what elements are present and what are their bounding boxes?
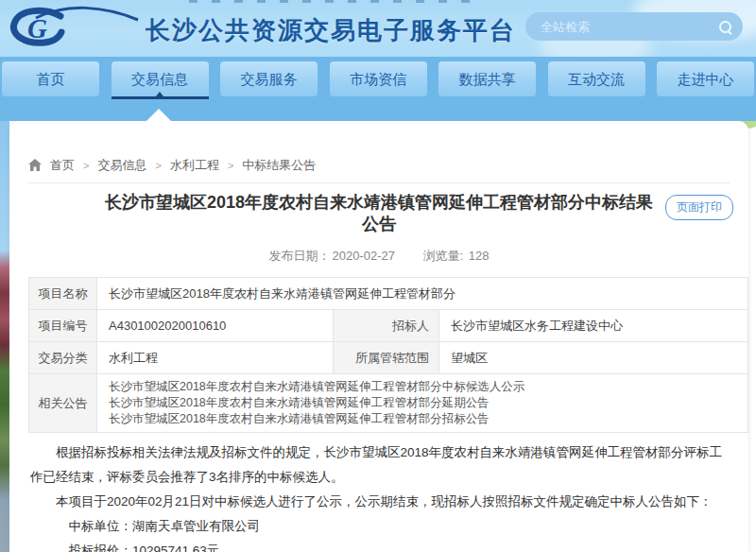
top-edge-artifact	[189, 0, 472, 3]
views-value: 128	[469, 249, 490, 263]
breadcrumb-separator: >	[83, 160, 89, 171]
related-label: 相关公告	[29, 374, 97, 433]
table-row-project-no: 项目编号 A4301002020010610 招标人 长沙市望城区水务工程建设中…	[29, 310, 748, 342]
related-link-postponement-notice[interactable]: 长沙市望城区2018年度农村自来水靖港镇管网延伸工程管材部分延期公告	[109, 395, 747, 411]
region-value: 望城区	[439, 342, 748, 374]
search-icon[interactable]	[719, 21, 731, 33]
project-info-table: 项目名称 长沙市望城区2018年度农村自来水靖港镇管网延伸工程管材部分 项目编号…	[28, 277, 748, 433]
breadcrumb-trade-info[interactable]: 交易信息	[97, 157, 146, 174]
project-name-value: 长沙市望城区2018年度农村自来水靖港镇管网延伸工程管材部分	[97, 278, 748, 310]
title-section: 长沙市望城区2018年度农村自来水靖港镇管网延伸工程管材部分中标结果公告 页面打…	[9, 192, 748, 235]
site-logo-icon: G	[8, 6, 140, 55]
nav-item-trade-services[interactable]: 交易服务	[220, 61, 318, 96]
breadcrumb-separator: >	[155, 160, 161, 171]
project-name-label: 项目名称	[29, 278, 97, 310]
table-row-related: 相关公告 长沙市望城区2018年度农村自来水靖港镇管网延伸工程管材部分中标候选人…	[29, 374, 748, 433]
project-no-label: 项目编号	[29, 310, 97, 342]
category-value: 水利工程	[97, 342, 334, 374]
category-label: 交易分类	[29, 342, 97, 374]
paragraph-publicity: 本项目于2020年02月21日对中标候选人进行了公示，公示期结束，现招标人按照招…	[30, 490, 728, 514]
table-row-category: 交易分类 水利工程 所属管辖范围 望城区	[29, 342, 748, 374]
breadcrumb-home[interactable]: 首页	[50, 157, 75, 174]
tenderee-value: 长沙市望城区水务工程建设中心	[439, 310, 748, 342]
bid-price-line: 投标报价：10295741.63元	[30, 539, 728, 552]
search-input[interactable]	[541, 20, 719, 34]
publish-date-value: 2020-02-27	[332, 249, 395, 263]
nav-item-about-center[interactable]: 走进中心	[657, 61, 754, 96]
tenderee-label: 招标人	[334, 310, 439, 342]
breadcrumb: 首页 > 交易信息 > 水利工程 > 中标结果公告	[28, 157, 730, 174]
main-navbar: 首页 交易信息 交易服务 市场资信 数据共享 互动交流 走进中心	[0, 57, 756, 121]
nav-item-market-credit[interactable]: 市场资信	[330, 61, 427, 96]
project-no-value: A4301002020010610	[97, 310, 334, 342]
region-label: 所属管辖范围	[334, 342, 439, 374]
breadcrumb-divider	[28, 182, 730, 183]
site-title: 长沙公共资源交易电子服务平台	[146, 14, 516, 47]
table-row-project-name: 项目名称 长沙市望城区2018年度农村自来水靖港镇管网延伸工程管材部分	[29, 278, 748, 310]
content-card: 首页 > 交易信息 > 水利工程 > 中标结果公告 长沙市望城区2018年度农村…	[9, 121, 748, 552]
related-links: 长沙市望城区2018年度农村自来水靖港镇管网延伸工程管材部分中标候选人公示 长沙…	[97, 374, 748, 433]
nav-item-trade-info[interactable]: 交易信息	[112, 61, 209, 99]
site-logo-link[interactable]: G 长沙公共资源交易电子服务平台	[8, 6, 516, 55]
nav-list: 首页 交易信息 交易服务 市场资信 数据共享 互动交流 走进中心	[0, 57, 756, 99]
related-link-candidate-publicity[interactable]: 长沙市望城区2018年度农村自来水靖港镇管网延伸工程管材部分中标候选人公示	[109, 379, 747, 395]
nav-item-interaction[interactable]: 互动交流	[548, 61, 645, 96]
nav-item-home[interactable]: 首页	[2, 61, 99, 96]
breadcrumb-current: 中标结果公告	[242, 157, 316, 174]
active-tab-pointer	[146, 109, 171, 121]
nav-item-data-sharing[interactable]: 数据共享	[438, 61, 536, 96]
page-title: 长沙市望城区2018年度农村自来水靖港镇管网延伸工程管材部分中标结果公告	[99, 192, 659, 235]
related-link-tender-notice[interactable]: 长沙市望城区2018年度农村自来水靖港镇管网延伸工程管材部分招标公告	[109, 411, 747, 427]
publish-date-label: 发布日期：	[268, 249, 330, 263]
article-meta: 发布日期：2020-02-27 浏览量: 128	[9, 248, 748, 265]
background-photo-sliver	[0, 121, 9, 552]
paragraph-evaluation: 根据招标投标相关法律法规及招标文件的规定，长沙市望城区2018年度农村自来水靖港…	[30, 440, 728, 490]
site-header: G 长沙公共资源交易电子服务平台	[0, 0, 756, 57]
winner-line: 中标单位：湖南天卓管业有限公司	[30, 514, 728, 539]
views-label: 浏览量:	[423, 249, 464, 263]
announcement-body: 根据招标投标相关法律法规及招标文件的规定，长沙市望城区2018年度农村自来水靖港…	[30, 440, 728, 552]
breadcrumb-separator: >	[228, 160, 233, 171]
home-icon	[28, 159, 42, 171]
breadcrumb-water-projects[interactable]: 水利工程	[170, 157, 219, 174]
site-search	[525, 12, 743, 41]
print-page-button[interactable]: 页面打印	[665, 195, 733, 220]
